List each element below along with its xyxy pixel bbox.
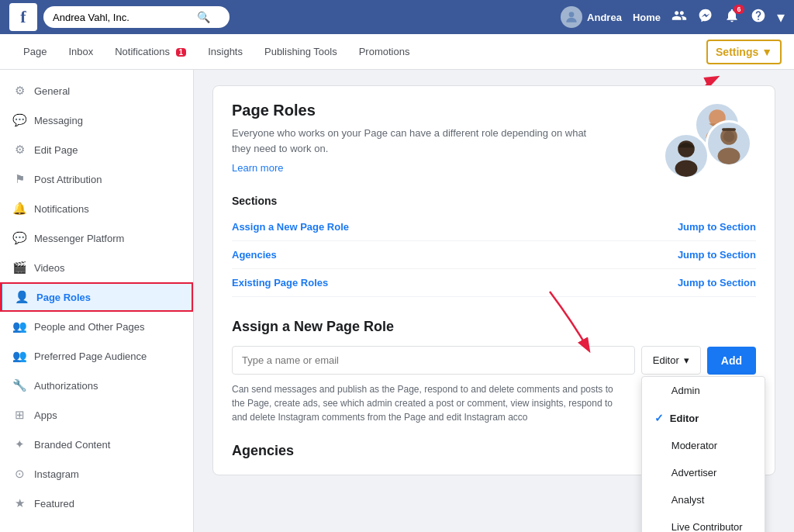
nav-publishing-tools[interactable]: Publishing Tools bbox=[254, 35, 348, 68]
nav-inbox[interactable]: Inbox bbox=[57, 35, 104, 68]
assign-name-input[interactable] bbox=[232, 346, 635, 375]
apps-icon: ⊞ bbox=[12, 408, 26, 422]
avatar-group bbox=[655, 102, 756, 179]
home-link[interactable]: Home bbox=[633, 12, 661, 23]
page-roles-icon: 👤 bbox=[15, 290, 29, 304]
sidebar-item-people-other-pages[interactable]: 👥 People and Other Pages bbox=[0, 312, 193, 341]
main-layout: ⚙ General 💬 Messaging ⚙ Edit Page ⚑ Post… bbox=[0, 70, 794, 532]
page-roles-text: Page Roles Everyone who works on your Pa… bbox=[232, 102, 604, 176]
notifications-icon[interactable]: 6 bbox=[724, 8, 740, 27]
sections-title: Sections bbox=[232, 195, 756, 207]
section-row-agencies: Agencies Jump to Section bbox=[232, 241, 756, 269]
role-option-live-contributor[interactable]: Live Contributor bbox=[642, 513, 765, 532]
sidebar-item-branded-content[interactable]: ✦ Branded Content bbox=[0, 430, 193, 459]
assign-section: Assign a New Page Role Editor ▾ Admin bbox=[232, 319, 756, 424]
role-dropdown-wrapper: Editor ▾ Admin ✓ Editor bbox=[641, 346, 701, 375]
sidebar-item-instagram[interactable]: ⊙ Instagram bbox=[0, 459, 193, 489]
section-link-existing[interactable]: Existing Page Roles bbox=[232, 277, 328, 288]
svg-point-9 bbox=[675, 160, 698, 177]
sidebar-item-edit-page[interactable]: ⚙ Edit Page bbox=[0, 135, 193, 164]
edit-page-icon: ⚙ bbox=[12, 143, 26, 157]
sidebar-item-preferred-page-audience[interactable]: 👥 Preferred Page Audience bbox=[0, 341, 193, 371]
sidebar-label-notifications: Notifications bbox=[34, 203, 181, 215]
section-row-assign: Assign a New Page Role Jump to Section bbox=[232, 213, 756, 241]
selected-role-label: Editor bbox=[653, 354, 679, 366]
svg-rect-7 bbox=[722, 128, 736, 131]
sidebar-label-branded-content: Branded Content bbox=[34, 439, 181, 451]
gear-icon: ⚙ bbox=[12, 84, 26, 98]
sidebar: ⚙ General 💬 Messaging ⚙ Edit Page ⚑ Post… bbox=[0, 70, 194, 532]
page-roles-header: Page Roles Everyone who works on your Pa… bbox=[232, 102, 756, 179]
sidebar-item-page-roles[interactable]: 👤 Page Roles bbox=[0, 282, 193, 312]
sidebar-label-authorizations: Authorizations bbox=[34, 380, 181, 392]
sidebar-item-messaging[interactable]: 💬 Messaging bbox=[0, 105, 193, 135]
learn-more-link[interactable]: Learn more bbox=[232, 162, 283, 174]
role-label-advertiser: Advertiser bbox=[671, 467, 717, 478]
section-link-assign[interactable]: Assign a New Page Role bbox=[232, 221, 349, 233]
assign-row: Editor ▾ Admin ✓ Editor bbox=[232, 346, 756, 375]
branded-content-icon: ✦ bbox=[12, 437, 26, 451]
sidebar-label-page-roles: Page Roles bbox=[36, 292, 181, 303]
jump-link-agencies[interactable]: Jump to Section bbox=[678, 249, 756, 261]
messenger-icon[interactable] bbox=[698, 8, 713, 27]
sidebar-item-apps[interactable]: ⊞ Apps bbox=[0, 400, 193, 430]
videos-icon: 🎬 bbox=[12, 261, 26, 275]
role-option-admin[interactable]: Admin bbox=[642, 377, 765, 404]
sidebar-item-videos[interactable]: 🎬 Videos bbox=[0, 253, 193, 282]
messaging-icon: 💬 bbox=[12, 113, 26, 127]
svg-point-0 bbox=[569, 12, 575, 17]
search-bar[interactable]: 🔍 bbox=[43, 6, 230, 28]
section-link-agencies[interactable]: Agencies bbox=[232, 249, 277, 261]
role-dropdown-button[interactable]: Editor ▾ bbox=[641, 346, 701, 375]
jump-link-existing[interactable]: Jump to Section bbox=[678, 277, 756, 288]
nav-promotions[interactable]: Promotions bbox=[348, 35, 421, 68]
sidebar-item-featured[interactable]: ★ Featured bbox=[0, 489, 193, 518]
page-roles-card: Page Roles Everyone who works on your Pa… bbox=[212, 85, 775, 475]
role-dropdown-menu: Admin ✓ Editor Moderator bbox=[641, 376, 765, 532]
sidebar-label-featured: Featured bbox=[34, 498, 181, 510]
svg-point-5 bbox=[718, 147, 740, 164]
user-pill[interactable]: Andrea bbox=[561, 6, 622, 28]
sidebar-label-apps: Apps bbox=[34, 409, 181, 421]
settings-button[interactable]: Settings ▼ bbox=[706, 40, 782, 64]
sidebar-label-edit-page: Edit Page bbox=[34, 144, 181, 156]
user-name: Andrea bbox=[587, 12, 622, 23]
top-navigation: f 🔍 Andrea Home 6 ▾ bbox=[0, 0, 794, 34]
people-other-pages-icon: 👥 bbox=[12, 320, 26, 333]
role-label-admin: Admin bbox=[671, 385, 700, 396]
instagram-icon: ⊙ bbox=[12, 467, 26, 481]
sidebar-label-people-other-pages: People and Other Pages bbox=[34, 321, 181, 333]
notifications-count-badge: 1 bbox=[176, 48, 187, 57]
role-option-analyst[interactable]: Analyst bbox=[642, 486, 765, 513]
nav-notifications[interactable]: Notifications 1 bbox=[104, 35, 197, 68]
search-input[interactable] bbox=[53, 12, 192, 23]
role-label-moderator: Moderator bbox=[671, 440, 717, 451]
add-role-button[interactable]: Add bbox=[707, 347, 756, 375]
nav-page[interactable]: Page bbox=[12, 35, 57, 68]
role-option-editor[interactable]: ✓ Editor bbox=[642, 404, 765, 432]
search-icon: 🔍 bbox=[197, 11, 210, 23]
jump-link-assign[interactable]: Jump to Section bbox=[678, 221, 756, 233]
sidebar-item-messenger-platform[interactable]: 💬 Messenger Platform bbox=[0, 223, 193, 253]
sidebar-item-authorizations[interactable]: 🔧 Authorizations bbox=[0, 371, 193, 400]
page-roles-description: Everyone who works on your Page can have… bbox=[232, 126, 604, 156]
more-icon[interactable]: ▾ bbox=[777, 8, 785, 26]
sidebar-item-notifications[interactable]: 🔔 Notifications bbox=[0, 194, 193, 223]
dropdown-chevron-icon: ▾ bbox=[684, 354, 689, 366]
role-option-moderator[interactable]: Moderator bbox=[642, 432, 765, 459]
role-option-advertiser[interactable]: Advertiser bbox=[642, 459, 765, 486]
sidebar-item-general[interactable]: ⚙ General bbox=[0, 76, 193, 105]
help-icon[interactable] bbox=[751, 8, 766, 27]
sidebar-label-post-attribution: Post Attribution bbox=[34, 174, 181, 185]
sidebar-label-videos: Videos bbox=[34, 262, 181, 274]
friends-icon[interactable] bbox=[671, 8, 687, 27]
assign-title: Assign a New Page Role bbox=[232, 319, 756, 335]
sidebar-label-messenger-platform: Messenger Platform bbox=[34, 233, 181, 244]
sidebar-item-post-attribution[interactable]: ⚑ Post Attribution bbox=[0, 164, 193, 194]
check-mark-icon: ✓ bbox=[654, 412, 664, 424]
nav-insights[interactable]: Insights bbox=[197, 35, 254, 68]
sidebar-label-preferred-page-audience: Preferred Page Audience bbox=[34, 351, 181, 362]
main-content: Page Roles Everyone who works on your Pa… bbox=[194, 70, 794, 532]
notifications-badge: 6 bbox=[734, 5, 744, 14]
avatar bbox=[561, 6, 582, 28]
